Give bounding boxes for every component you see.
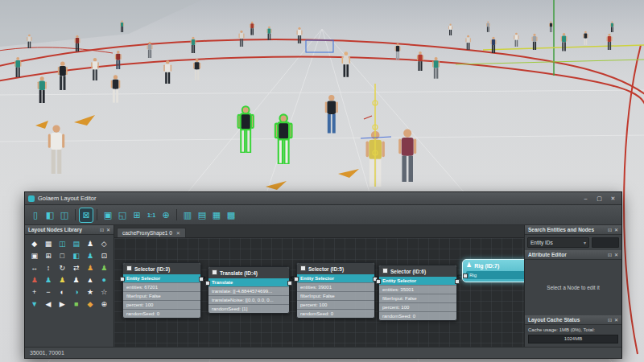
node-title: Selector (ID:5) xyxy=(297,263,374,274)
library-node-icon[interactable]: ▼ xyxy=(28,298,40,309)
layout-nodes-library-panel: Layout Nodes Library ⊡ ✕ ◆▦◫▤♟◇▣⊞□◧♟⊡↔↕↻… xyxy=(25,225,114,347)
graph-node[interactable]: Selector (ID:6)Entity Selectorentities: … xyxy=(378,265,457,321)
library-node-icon[interactable]: ▦ xyxy=(42,238,54,249)
graph-node[interactable]: Selector (ID:5)Entity Selectorentities: … xyxy=(296,262,375,319)
library-node-icon[interactable]: ◐ xyxy=(56,286,68,297)
dock-icon[interactable]: ⊡ xyxy=(100,227,104,232)
snapshot-icon[interactable]: ▩ xyxy=(225,208,237,222)
library-node-icon[interactable]: ◇ xyxy=(98,238,110,249)
library-node-icon[interactable]: ↔ xyxy=(28,262,40,273)
library-node-icon[interactable]: ◀ xyxy=(42,298,54,309)
dock-icon[interactable]: ⊡ xyxy=(608,252,612,257)
input-port[interactable] xyxy=(376,279,381,284)
node-attribute-row: translateNoise: [[0.0, 0.0, 0... xyxy=(208,295,289,304)
new-scene-icon[interactable]: ▯ xyxy=(29,208,42,222)
walking-person-icon: ♟ xyxy=(466,262,472,269)
library-node-icon[interactable]: − xyxy=(42,286,54,297)
library-node-icon[interactable]: ♟ xyxy=(70,274,82,285)
library-node-icon[interactable]: ⊕ xyxy=(98,298,110,309)
node-enable-checkbox[interactable] xyxy=(126,265,132,271)
node-attribute-row: entities: 39001 xyxy=(297,282,374,291)
zoom-tool-icon[interactable]: ⊕ xyxy=(159,208,172,222)
cache-progress-bar: 1024MB xyxy=(528,335,618,343)
window-titlebar[interactable]: Golaem Layout Editor – ▢ ✕ xyxy=(25,192,621,205)
library-node-icon[interactable]: ◆ xyxy=(84,298,96,309)
entity-ids-dropdown[interactable]: Entity IDs ▾ xyxy=(527,237,589,248)
output-port[interactable] xyxy=(199,277,204,282)
node-graph[interactable]: Selector (ID:3)Entity Selectorentities: … xyxy=(114,238,524,347)
library-node-icon[interactable]: ★ xyxy=(84,286,96,297)
open-scene-icon[interactable]: ◧ xyxy=(43,208,56,222)
toolbar-separator xyxy=(97,209,97,220)
library-node-icon[interactable]: ◑ xyxy=(70,286,82,297)
library-node-icon[interactable]: ▶ xyxy=(56,298,68,309)
close-icon[interactable]: ✕ xyxy=(614,252,618,257)
tab-close-icon[interactable]: ✕ xyxy=(176,230,180,236)
node-attribute-row: randomSeed: [1] xyxy=(208,304,289,313)
library-node-icon[interactable]: ● xyxy=(98,274,110,285)
maximize-button[interactable]: ▢ xyxy=(594,194,605,203)
close-button[interactable]: ✕ xyxy=(608,194,618,203)
entity-search-input[interactable] xyxy=(592,237,619,248)
library-node-icon[interactable]: ♟ xyxy=(84,262,96,273)
layout-columns-icon[interactable]: ▥ xyxy=(181,208,194,222)
node-attribute-row: randomSeed: 0 xyxy=(123,309,200,318)
library-node-icon[interactable]: ◆ xyxy=(28,238,40,249)
close-icon[interactable]: ✕ xyxy=(614,227,618,232)
close-icon[interactable]: ✕ xyxy=(106,227,110,232)
zoom-one-to-one-button[interactable]: 1:1 xyxy=(145,208,158,222)
library-node-icon[interactable]: ♟ xyxy=(98,262,110,273)
input-port[interactable] xyxy=(120,277,125,282)
library-node-icon[interactable]: ♟ xyxy=(84,250,96,261)
library-node-icon[interactable]: ■ xyxy=(70,298,82,309)
library-node-icon[interactable]: ◫ xyxy=(56,238,68,249)
input-port[interactable] xyxy=(294,277,299,282)
dock-icon[interactable]: ⊡ xyxy=(608,317,612,323)
node-type-strip: Translate xyxy=(208,278,289,286)
close-icon[interactable]: ✕ xyxy=(614,317,618,323)
library-node-icon[interactable]: ♟ xyxy=(84,238,96,249)
node-enable-checkbox[interactable] xyxy=(212,269,217,275)
library-node-icon[interactable]: ☆ xyxy=(98,286,110,297)
node-type-strip: Rig xyxy=(466,271,524,279)
node-attribute-row: translate: [[-4.8844574699... xyxy=(208,286,289,295)
layout-rows-icon[interactable]: ▤ xyxy=(196,208,208,222)
node-type-strip: Entity Selector xyxy=(123,274,200,282)
library-node-icon[interactable]: ⊡ xyxy=(98,250,110,261)
node-enable-checkbox[interactable] xyxy=(300,265,306,271)
library-node-icon[interactable]: ↕ xyxy=(42,262,54,273)
dock-icon[interactable]: ⊡ xyxy=(608,227,612,232)
library-node-icon[interactable]: ◧ xyxy=(70,250,82,261)
library-node-icon[interactable]: □ xyxy=(56,250,68,261)
library-node-icon[interactable]: + xyxy=(28,286,40,297)
library-node-icon[interactable]: ▲ xyxy=(84,274,96,285)
save-scene-icon[interactable]: ◫ xyxy=(58,208,71,222)
graph-node[interactable]: Selector (ID:3)Entity Selectorentities: … xyxy=(122,262,201,319)
library-node-icon[interactable]: ▤ xyxy=(70,238,82,249)
library-node-icon[interactable]: ♟ xyxy=(28,274,40,285)
output-port[interactable] xyxy=(455,279,460,284)
graph-node[interactable]: Translate (ID:4)Translatetranslate: [[-4… xyxy=(208,266,290,314)
library-node-icon[interactable]: ▣ xyxy=(28,250,40,261)
input-port[interactable] xyxy=(205,281,210,286)
input-port[interactable] xyxy=(463,274,468,278)
tab-label: cacheProxyShape1 0 xyxy=(122,230,172,236)
layout-editor-window: Golaem Layout Editor – ▢ ✕ ▯◧◫⊠▣◱⊞1:1⊕▥▤… xyxy=(24,191,622,359)
frame-selection-icon[interactable]: ◱ xyxy=(116,208,129,222)
library-node-icon[interactable]: ⇄ xyxy=(70,262,82,273)
node-enable-checkbox[interactable] xyxy=(382,268,388,274)
snap-grid-icon[interactable]: ⊞ xyxy=(130,208,143,222)
frame-all-icon[interactable]: ▣ xyxy=(101,208,114,222)
library-node-icon[interactable]: ⊞ xyxy=(42,250,54,261)
minimize-button[interactable]: – xyxy=(580,194,591,203)
library-node-icon[interactable]: ♟ xyxy=(42,274,54,285)
library-node-icon[interactable]: ↻ xyxy=(56,262,68,273)
node-type-strip: Entity Selector xyxy=(379,277,456,285)
tab-cacheproxyshape[interactable]: cacheProxyShape1 0 ✕ xyxy=(117,228,186,237)
layout-grid-icon[interactable]: ▦ xyxy=(210,208,223,222)
select-tool-icon[interactable]: ⊠ xyxy=(80,208,93,222)
graph-node[interactable]: ♟Rig (ID:7)Rig xyxy=(462,259,524,282)
library-node-icon[interactable]: ♟ xyxy=(56,274,68,285)
output-port[interactable] xyxy=(287,281,292,286)
search-panel-header: Search Entities and Nodes ⊡ ✕ xyxy=(525,225,621,235)
